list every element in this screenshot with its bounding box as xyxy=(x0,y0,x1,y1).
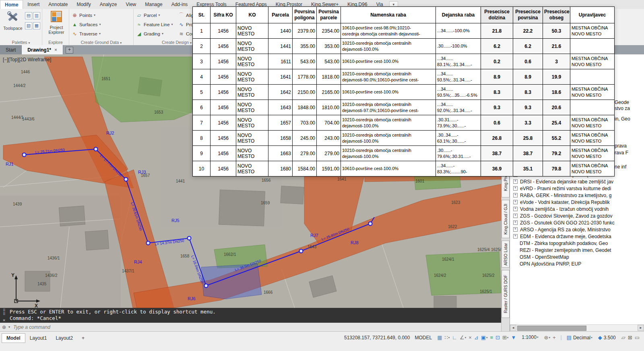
pipe-node[interactable] xyxy=(147,241,150,245)
expand-plus-icon[interactable]: + xyxy=(513,193,518,197)
tree-item[interactable]: +eVode - Vodni kataster, Direkcija Repub… xyxy=(513,199,643,206)
markup-palette-icon[interactable]: ▦ xyxy=(33,22,40,29)
drag-grip-icon[interactable]: ⠿⠿ xyxy=(3,309,5,316)
ribbon-tab-home[interactable]: Home xyxy=(0,0,23,9)
tree-item[interactable]: +RABA, GERK - Ministrstvo za kmetijstvo,… xyxy=(513,192,643,199)
model-space-button[interactable]: MODEL xyxy=(414,333,433,342)
add-scale-plus-icon[interactable]: + xyxy=(551,333,557,342)
annotation-filter-icon[interactable]: ▼ xyxy=(510,333,517,342)
osnap-tracking-icon[interactable]: × xyxy=(467,333,473,342)
pipe-node[interactable] xyxy=(94,147,98,151)
elevation-readout[interactable]: ◆ 3.500 xyxy=(597,333,617,342)
customization-gear-icon[interactable]: ⊛▾ xyxy=(543,333,551,342)
expand-plus-icon[interactable]: + xyxy=(513,227,518,232)
close-icon[interactable]: × xyxy=(3,318,6,323)
ucs-y-label: Y xyxy=(11,272,14,278)
hardware-acceleration-icon[interactable]: ⊠ xyxy=(627,333,634,342)
close-icon[interactable]: × xyxy=(54,47,57,53)
ribbon-tab-modify[interactable]: Modify xyxy=(72,0,95,9)
sheet-set-manager-icon[interactable]: ▧ xyxy=(25,22,32,29)
drawing-tab-drawing1[interactable]: Drawing1* × xyxy=(22,45,63,54)
table-cell: NOVO MESTO xyxy=(236,146,268,161)
ribbon-tab-add-ins[interactable]: Add-ins xyxy=(167,0,192,9)
grid-icon[interactable]: ▦ xyxy=(436,333,443,342)
project-explorer-button[interactable]: Project Explorer xyxy=(45,10,68,35)
isolate-objects-icon[interactable]: ▱ xyxy=(620,333,627,342)
units-dropdown[interactable]: ▤ Decimal ▾ xyxy=(566,333,594,342)
pipe-node[interactable] xyxy=(188,237,191,240)
ribbon-item-feature-line[interactable]: ≈Feature Line▾ xyxy=(136,20,174,29)
selection-cycling-icon[interactable]: ⊡ xyxy=(494,333,501,342)
tree-item[interactable]: OPN Ajdovščina PNRP, EUP xyxy=(520,260,643,267)
ribbon-tab-manage[interactable]: Manage xyxy=(140,0,167,9)
panel-label-create-ground-data[interactable]: Create Ground Data ▾ xyxy=(69,40,133,45)
tool-palettes-icon[interactable]: ▤ xyxy=(25,12,32,19)
expand-plus-icon[interactable]: + xyxy=(513,207,518,211)
snap-mode-icon[interactable]: ∷▾ xyxy=(443,333,451,342)
ribbon-item-points[interactable]: ⊕Points▾ xyxy=(72,10,132,20)
ribbon-tab-insert[interactable]: Insert xyxy=(23,0,44,9)
table-row: 61456NOVO MESTO16431848.001810.0010210-o… xyxy=(193,100,615,115)
ribbon-item-surfaces[interactable]: ▲Surfaces▾ xyxy=(72,20,132,29)
expand-plus-icon[interactable]: + xyxy=(513,220,518,225)
palette-tab-raster-gurs-dof[interactable]: Raster / GURS DOF xyxy=(502,270,510,318)
palette-tab-arso-lidar[interactable]: ARSO Lidar xyxy=(502,241,510,268)
properties-palette-icon[interactable]: ▥ xyxy=(33,12,40,19)
panel-label-palettes[interactable]: Palettes ▾ xyxy=(0,40,42,45)
drawing-tab-start[interactable]: Start xyxy=(0,45,22,54)
tree-item[interactable]: +eVRD - Pravni režimi varstva kulturne d… xyxy=(513,185,643,192)
ribbon-item-traverse[interactable]: ∿Traverse▾ xyxy=(72,29,132,38)
lineweight-icon[interactable]: ≡ xyxy=(489,333,494,342)
tree-item[interactable]: +ZGS - Gozdovi Slovenije, Zavod za gozdo… xyxy=(513,212,643,219)
pipe-node[interactable] xyxy=(299,249,303,253)
annotation-scale-button[interactable]: 1:1000 ▾ xyxy=(520,333,539,341)
command-input[interactable] xyxy=(12,324,175,330)
tree-item[interactable]: +Vodna zemljišča - Izračun območij vodni… xyxy=(513,206,643,212)
ribbon-tab-view[interactable]: View xyxy=(121,0,140,9)
palette-tab-king-cloud-gji[interactable]: King.Cloud / GJI xyxy=(502,200,510,238)
pipe-node[interactable] xyxy=(124,178,128,181)
pipe-node[interactable] xyxy=(204,284,208,288)
tree-item[interactable]: REZI - Register zemljepisnih imen, Geode… xyxy=(520,247,643,253)
expand-plus-icon[interactable]: + xyxy=(513,200,518,204)
coordinates-readout[interactable]: 513208.157, 73721.649, 0.000 xyxy=(343,333,411,342)
toolspace-button[interactable]: Toolspace xyxy=(2,10,23,31)
layout-tab-layout2[interactable]: Layout2 xyxy=(51,334,77,343)
ribbon-item-grading[interactable]: ◢Grading▾ xyxy=(136,29,174,38)
osnap-icon[interactable]: ▣▾ xyxy=(480,333,489,342)
workspace-icon[interactable]: ⊞▾ xyxy=(501,333,510,342)
ortho-icon[interactable]: ∟ xyxy=(451,333,458,342)
panel-horizontal-scrollbar[interactable]: ◄ ► xyxy=(510,324,644,331)
polar-tracking-icon[interactable]: ∠▾ xyxy=(458,333,467,342)
scrollbar-thumb[interactable] xyxy=(517,326,586,331)
tree-item[interactable]: +ZGS - Osnutek GGN GGO 2021-2030 funkc xyxy=(513,219,643,226)
tree-item[interactable]: +DRSI - Evidenca dejanske rabe zemljišč … xyxy=(513,178,643,185)
tree-item[interactable]: +EDM - Evidenca državne meje, Geodetska xyxy=(513,233,643,240)
tree-item[interactable]: DTM - Zbirka topografskih podatkov, Geo xyxy=(520,240,643,247)
ribbon-tab-analyze[interactable]: Analyze xyxy=(95,0,122,9)
layout-tab-new[interactable]: + xyxy=(77,334,89,343)
chevron-down-icon[interactable]: ▾ xyxy=(8,325,10,329)
pipe-node[interactable] xyxy=(23,153,26,157)
layout-tab-model[interactable]: Model xyxy=(2,333,25,343)
parcel-analysis-table[interactable]: St.Sifra KOKOParcelaPovrsina poligonaPov… xyxy=(192,6,615,177)
layout-tab-layout1[interactable]: Layout1 xyxy=(25,334,52,343)
expand-plus-icon[interactable]: + xyxy=(513,234,518,239)
clean-screen-icon[interactable]: ▭ xyxy=(634,333,641,342)
new-drawing-tab-button[interactable]: + xyxy=(66,47,73,54)
ribbon-item-parcel[interactable]: ▱Parcel▾ xyxy=(136,10,174,20)
dynamic-input-icon[interactable]: ⊿ xyxy=(473,333,480,342)
expand-plus-icon[interactable]: + xyxy=(513,179,518,184)
scroll-right-arrow-icon[interactable]: ► xyxy=(638,325,644,331)
expand-plus-icon[interactable]: + xyxy=(513,186,518,191)
viewport-controls[interactable]: [−][Top][2D Wireframe] xyxy=(3,57,51,62)
table-header-cell: St. xyxy=(193,7,211,23)
ribbon-tab-annotate[interactable]: Annotate xyxy=(44,0,72,9)
expand-plus-icon[interactable]: + xyxy=(513,214,518,218)
tree-item[interactable]: OSM - OpenStreetMap xyxy=(520,253,643,260)
pipe-node[interactable] xyxy=(369,222,372,226)
customize-icon[interactable]: ⊛ xyxy=(2,324,6,330)
scroll-left-arrow-icon[interactable]: ◄ xyxy=(510,325,516,331)
panel-label-explore[interactable]: Explore xyxy=(42,40,69,45)
tree-item[interactable]: +ARSO - Agencija RS za okolje, Ministrst… xyxy=(513,226,643,233)
